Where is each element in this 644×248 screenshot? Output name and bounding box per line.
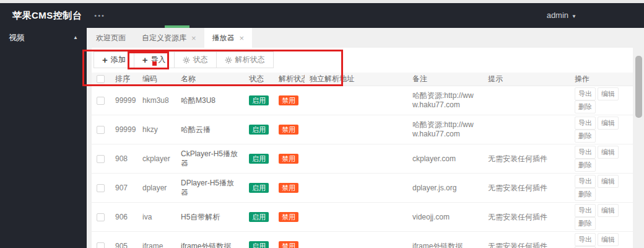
toolbar-button[interactable]: + 状态 [174,51,217,68]
nav-menu-item[interactable] [220,3,238,28]
status-badge-enabled[interactable]: 启用 [249,212,269,222]
row-parse-status-cell: 禁用 [274,94,305,107]
status-badge-disabled[interactable]: 禁用 [279,125,298,135]
toolbar-button-label: 导入 [151,55,166,65]
row-name: 哈酷云播 [176,124,244,136]
column-header-parse-address: 独立解析地址 [305,74,407,84]
row-checkbox[interactable] [97,97,105,105]
status-badge-enabled[interactable]: 启用 [249,95,269,105]
edit-button[interactable]: 编辑 [598,204,619,217]
status-badge-disabled[interactable]: 禁用 [279,212,298,222]
navbar-right-link[interactable] [597,3,611,28]
status-badge-disabled[interactable]: 禁用 [279,95,298,105]
export-button[interactable]: 导出 [575,175,596,188]
navbar-right-link[interactable] [611,3,624,28]
sidebar: 视频 ▲ [0,28,87,248]
sidebar-item[interactable] [0,94,87,110]
close-icon[interactable]: × [191,34,196,42]
row-checkbox[interactable] [97,155,105,163]
row-checkbox[interactable] [97,126,105,134]
nav-menu-item[interactable] [290,3,307,28]
user-dropdown[interactable]: admin▼ [540,3,583,28]
nav-menu-item[interactable] [134,3,151,28]
row-actions: 导出编辑删除 [570,115,633,144]
navbar-right-link[interactable] [583,3,597,28]
toolbar-button[interactable]: + 添加 [94,51,134,68]
nav-menu-item[interactable] [272,3,290,28]
sidebar-section-label: 视频 [9,32,25,43]
tab-label: 自定义资源库 [142,33,186,43]
row-parse-status-cell: 禁用 [274,240,305,248]
nav-menu-item[interactable] [186,3,203,28]
column-header-code: 编码 [137,74,176,84]
row-note: videojj.com [407,211,483,223]
nav-menu-item[interactable] [238,3,255,28]
sidebar-item[interactable] [0,173,87,188]
sidebar-item[interactable] [0,157,87,172]
row-status-cell: 启用 [244,94,274,107]
status-badge-disabled[interactable]: 禁用 [279,154,298,164]
toolbar-button[interactable]: + 解析状态 [216,51,274,68]
nav-menu-item[interactable] [151,3,168,28]
edit-button[interactable]: 编辑 [598,146,619,159]
tab-label: 欢迎页面 [96,33,126,43]
export-button[interactable]: 导出 [575,117,596,130]
status-badge-enabled[interactable]: 启用 [249,183,269,193]
status-badge-disabled[interactable]: 禁用 [279,241,298,248]
sidebar-item[interactable] [0,47,87,63]
more-menu-icon[interactable]: ••• [94,12,105,19]
tab[interactable]: 欢迎页面 × [88,28,134,48]
delete-button[interactable]: 删除 [575,188,596,201]
nav-menu-item[interactable] [255,3,272,28]
export-button[interactable]: 导出 [575,204,596,217]
edit-button[interactable]: 编辑 [598,233,619,246]
navbar-right-link[interactable] [624,3,638,28]
edit-button[interactable]: 编辑 [598,87,619,100]
sidebar-item[interactable] [0,63,87,78]
row-checkbox[interactable] [97,213,105,221]
export-button[interactable]: 导出 [575,146,596,159]
sidebar-item[interactable] [0,220,87,236]
chevron-up-icon: ▲ [73,35,78,40]
row-checkbox[interactable] [97,184,105,192]
tab[interactable]: 自定义资源库 × [134,28,204,48]
status-badge-enabled[interactable]: 启用 [249,241,269,248]
nav-menu-item[interactable] [168,3,186,28]
toolbar-button[interactable]: + 导入 [134,51,175,68]
export-button[interactable]: 导出 [575,233,596,246]
nav-menu-item[interactable] [116,3,134,28]
nav-menu-item[interactable] [203,3,220,28]
delete-button[interactable]: 删除 [575,130,596,143]
sidebar-item[interactable] [0,79,87,94]
tab[interactable]: 播放器 × [204,28,253,48]
row-checkbox[interactable] [97,242,105,248]
sidebar-item[interactable] [0,110,87,125]
vertical-scrollbar[interactable] [635,56,642,118]
column-header-tip: 提示 [483,74,570,84]
sidebar-item[interactable] [0,188,87,204]
row-tip: 无需安装任何插件 [483,153,570,165]
status-badge-enabled[interactable]: 启用 [249,154,269,164]
sidebar-section-video[interactable]: 视频 ▲ [0,28,87,47]
export-button[interactable]: 导出 [575,87,596,100]
edit-button[interactable]: 编辑 [598,175,619,188]
select-all-checkbox[interactable] [97,75,105,83]
sidebar-item[interactable] [0,126,87,141]
delete-button[interactable]: 删除 [575,159,596,172]
delete-button[interactable]: 删除 [575,217,596,230]
toolbar: + 添加 + 导入 + 状态 + 解析状态 [92,48,633,73]
toolbar-button-label: 解析状态 [235,55,265,65]
sidebar-item[interactable] [0,204,87,219]
close-icon[interactable]: × [240,34,245,42]
row-code: ckplayer [137,153,176,165]
row-code: iva [137,211,176,223]
row-code: dplayer [137,182,176,194]
status-badge-enabled[interactable]: 启用 [249,125,269,135]
delete-button[interactable]: 删除 [575,100,596,113]
column-header-sort: 排序 [110,74,137,84]
edit-button[interactable]: 编辑 [598,117,619,130]
sidebar-item[interactable] [0,236,87,248]
row-tip: 无需安装任何插件 [483,182,570,194]
sidebar-item[interactable] [0,141,87,157]
status-badge-disabled[interactable]: 禁用 [279,183,298,193]
